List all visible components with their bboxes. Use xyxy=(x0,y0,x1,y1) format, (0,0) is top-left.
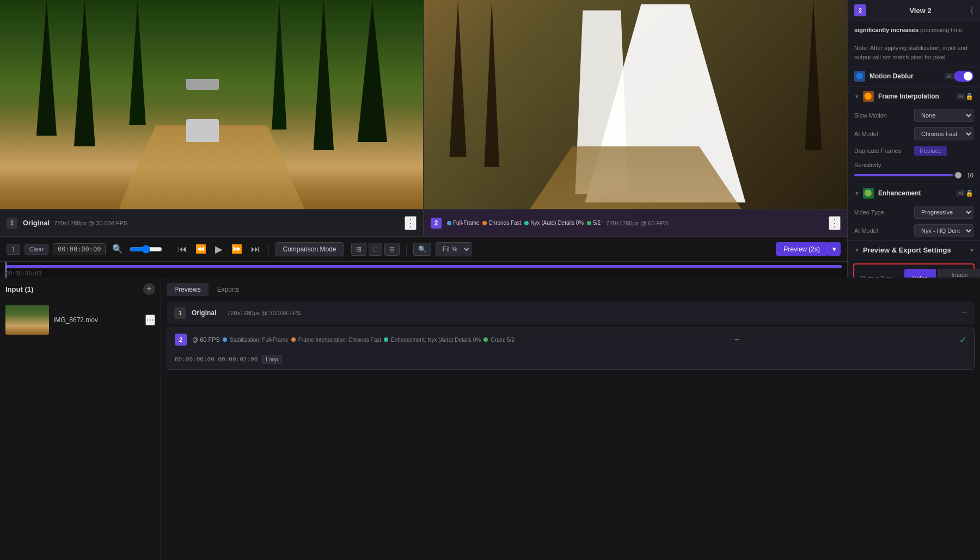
motion-deblur-toggle[interactable] xyxy=(954,71,973,82)
timeline-track[interactable] xyxy=(5,265,842,268)
timeline-fill xyxy=(5,265,842,268)
video-type-select[interactable]: Progressive xyxy=(914,206,973,219)
clear-button[interactable]: Clear xyxy=(24,244,48,255)
slow-motion-label: Slow Motion xyxy=(854,112,914,119)
motion-deblur-header[interactable]: 🔵 Motion Deblur AI xyxy=(848,66,980,86)
view-side-by-side[interactable]: ⊞ xyxy=(351,243,366,256)
view-overlay[interactable]: ⊟ xyxy=(384,243,400,256)
motion-deblur-section: 🔵 Motion Deblur AI xyxy=(848,66,980,87)
tab-exports[interactable]: Exports xyxy=(210,283,247,296)
notice-bold: significantly increases xyxy=(854,27,918,33)
frame-interp-lock: 🔒 xyxy=(965,93,973,100)
panel-1-menu[interactable]: ⋮ xyxy=(405,216,416,230)
motion-deblur-icon: 🔵 xyxy=(854,71,865,82)
preview-1-sub: 720x1280px @ 30.034 FPS xyxy=(227,310,301,316)
skip-end-button[interactable]: ⏭ xyxy=(249,242,262,256)
clip-indicator: 1 xyxy=(7,244,20,255)
preview-1-collapse[interactable]: − xyxy=(962,308,967,318)
view-buttons: ⊞ □ ⊟ xyxy=(351,243,400,256)
frame-interp-ai-badge: AI xyxy=(956,93,965,100)
preview-2-collapse[interactable]: − xyxy=(734,335,739,344)
play-button[interactable]: ▶ xyxy=(213,241,225,257)
stab-dot xyxy=(223,337,227,342)
panel-2-menu[interactable]: ⋮ xyxy=(829,216,841,230)
view-single[interactable]: □ xyxy=(369,243,382,256)
preview-item-1: 1 Original 720x1280px @ 30.034 FPS − xyxy=(167,301,975,324)
preview-1-num: 1 xyxy=(174,307,186,319)
bottom-tabs: Previews Exports xyxy=(167,283,975,296)
preview-button[interactable]: Preview (2s) xyxy=(776,242,828,256)
video-label-bar-2: 2 Full-Frame Chronos Fast Nyx (Auto) Det… xyxy=(424,209,847,236)
dup-frames-value: Replace xyxy=(914,146,973,156)
motion-deblur-label: Motion Deblur xyxy=(869,72,942,80)
video-type-value[interactable]: Progressive xyxy=(914,206,973,219)
grain-label: Grain: 5/2 xyxy=(491,337,514,343)
tab-previews[interactable]: Previews xyxy=(167,283,209,296)
preview-dropdown[interactable]: ▾ xyxy=(828,242,841,256)
panel-2-subtitle-wrap: 720x1280px @ 60 FPS xyxy=(606,219,668,227)
separator-3 xyxy=(406,244,407,255)
zoom-slider[interactable] xyxy=(130,245,162,254)
input-title: Input (1) xyxy=(5,285,33,293)
preview-2-expand[interactable]: ✓ xyxy=(959,335,966,345)
output-type-row: Output Type Video Image Sequence xyxy=(853,263,975,278)
step-back-button[interactable]: ⏪ xyxy=(193,242,209,256)
ai-model-fi-select[interactable]: Chronos Fast xyxy=(914,127,973,140)
thumb-image xyxy=(5,305,49,335)
fi-chevron: ▼ xyxy=(854,94,860,100)
loop-button[interactable]: Loop xyxy=(262,355,281,364)
fit-dropdown[interactable]: Fit % xyxy=(436,242,471,256)
preview-export-header[interactable]: ▼ Preview & Export Settings ▾ xyxy=(848,241,980,260)
frame-interpolation-header[interactable]: ▼ 🟠 Frame Interpolation AI 🔒 xyxy=(848,87,980,106)
sensitivity-track[interactable] xyxy=(854,174,958,176)
ai-model-enh-value[interactable]: Nyx - HQ Denoise xyxy=(914,224,973,237)
comparison-mode-button[interactable]: Comparison Mode xyxy=(275,242,343,256)
ai-model-fi-value[interactable]: Chronos Fast xyxy=(914,127,973,140)
pe-chevron-end: ▾ xyxy=(970,247,973,254)
notice-text: processing time. xyxy=(918,27,964,33)
enh-chevron: ▼ xyxy=(854,190,860,196)
separator-2 xyxy=(268,244,269,255)
enhancement-ai-badge: AI xyxy=(956,190,965,196)
separator-1 xyxy=(169,244,169,255)
tag-dot-4 xyxy=(587,221,591,225)
tag-dot-1 xyxy=(447,221,451,225)
thumb-filename: IMG_8672.mov xyxy=(53,316,98,324)
slow-motion-select[interactable]: None xyxy=(914,109,973,122)
output-type-buttons: Video Image Sequence xyxy=(904,269,980,278)
video-panel-left xyxy=(0,0,423,209)
video-type-label: Video Type xyxy=(854,209,914,216)
zoom-reset[interactable]: 🔍 xyxy=(413,243,431,256)
enhancement-section: ▼ 🟢 Enhancement AI 🔒 Video Type Progress… xyxy=(848,183,980,241)
slow-motion-value[interactable]: None xyxy=(914,109,973,122)
output-type-image-seq[interactable]: Image Sequence xyxy=(938,269,980,278)
panel-close-button[interactable]: ⟨ xyxy=(970,5,973,16)
tag-dot-3 xyxy=(524,221,529,225)
video-type-row: Video Type Progressive xyxy=(848,203,980,221)
enhancement-label: Enhancement xyxy=(878,189,954,197)
timeline-time: 00:00:00:00 xyxy=(5,270,41,276)
search-button[interactable]: 🔍 xyxy=(110,242,125,256)
ai-model-enh-select[interactable]: Nyx - HQ Denoise xyxy=(914,224,973,237)
enhancement-header[interactable]: ▼ 🟢 Enhancement AI 🔒 xyxy=(848,183,980,203)
video-panel-right xyxy=(423,0,847,209)
panel-2-number: 2 xyxy=(431,218,442,229)
step-fwd-button[interactable]: ⏩ xyxy=(229,242,244,256)
skip-start-button[interactable]: ⏮ xyxy=(176,242,189,256)
timeline[interactable]: 00:00:00:00 xyxy=(0,261,847,278)
stab-label: Stabilization: Full-Frame xyxy=(230,337,289,343)
preview-1-title: Original xyxy=(192,309,216,317)
input-thumbnail[interactable] xyxy=(5,305,49,335)
panel-2-subtitle: 720x1280px @ 60 FPS xyxy=(606,220,668,226)
duplicate-frames-row: Duplicate Frames Replace xyxy=(848,143,980,158)
thumb-menu-button[interactable]: ⋯ xyxy=(145,315,155,325)
enh-dot xyxy=(384,337,388,342)
add-input-button[interactable]: + xyxy=(143,283,155,295)
sensitivity-thumb[interactable] xyxy=(955,172,961,179)
preview-row-2: 2 @ 60 FPS Stabilization: Full-Frame Fra… xyxy=(175,334,966,346)
frame-interp-label: Frame Interpolation xyxy=(878,93,954,100)
output-type-video[interactable]: Video xyxy=(904,269,936,278)
input-panel: Input (1) + IMG_8672.mov ⋯ xyxy=(0,278,161,560)
timecode-display: 00:00:00:00 xyxy=(53,243,106,255)
replace-badge[interactable]: Replace xyxy=(914,146,947,156)
